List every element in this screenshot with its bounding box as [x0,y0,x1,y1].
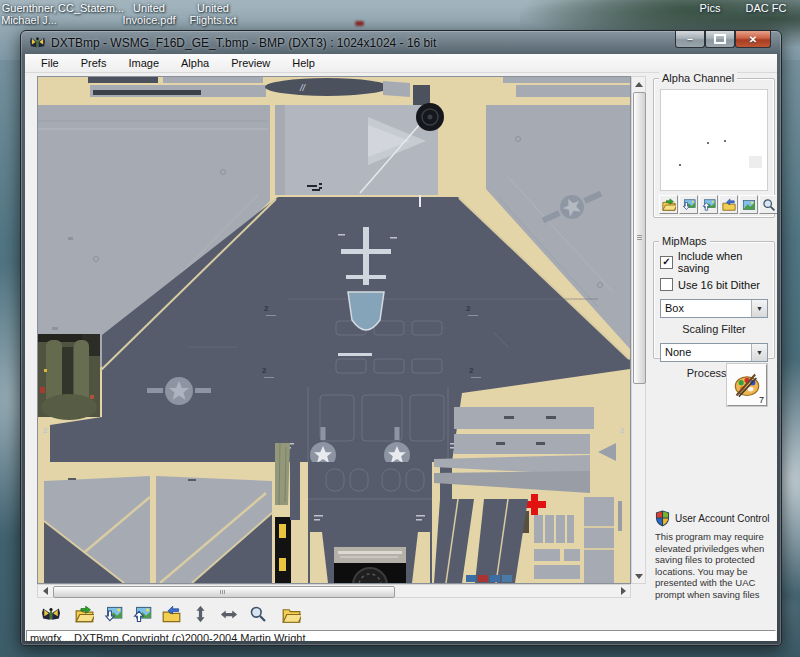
maximize-button[interactable] [705,31,735,48]
window-titlebar[interactable]: DXTBmp - WSMG_F16D_GE_T.bmp - BMP (DXT3)… [21,31,781,54]
scroll-up-button[interactable] [632,77,645,91]
flip-horizontal-button[interactable] [217,603,241,625]
close-button[interactable]: ✕ [735,31,771,48]
alpha-dot [707,142,709,144]
fetch-alpha-from-editor-button[interactable] [699,195,718,214]
arrow-horizontal-icon [220,608,238,621]
folder-save-icon [162,605,181,624]
mwgfx-logo-button[interactable] [39,603,63,625]
view-alpha-button[interactable] [739,195,758,214]
vertical-scrollbar[interactable] [631,76,646,584]
mip-filter-dropdown[interactable]: Box ▼ [660,299,768,318]
vertical-scroll-thumb[interactable] [633,92,646,384]
desktop-icon-united-invoice[interactable]: UnitedInvoice.pdf [118,2,180,26]
alpha-preview [660,89,768,191]
palette-icon [733,371,761,399]
arrow-vertical-icon [194,605,207,623]
folder-save-icon [722,198,736,212]
chevron-down-icon[interactable]: ▼ [751,300,767,317]
folder-open-arrow-icon [662,198,676,212]
scroll-down-button[interactable] [632,569,645,583]
menu-prefs[interactable]: Prefs [73,56,115,70]
menu-file[interactable]: File [33,56,67,70]
desktop-icon-guenthner[interactable]: Guenthner,Michael J... [0,2,58,26]
reload-last-button[interactable] [279,603,303,625]
menu-alpha[interactable]: Alpha [173,56,217,70]
scroll-right-button[interactable] [616,585,630,597]
load-alpha-button[interactable] [659,195,678,214]
window-title: DXTBmp - WSMG_F16D_GE_T.bmp - BMP (DXT3)… [51,36,436,50]
svg-text:2: 2 [43,426,48,435]
use-16bit-dither-checkbox[interactable] [660,278,673,291]
scroll-left-button[interactable] [38,585,52,597]
minimize-glyph: – [687,34,693,45]
alpha-faint-square [749,156,762,168]
chevron-down-icon[interactable]: ▼ [751,344,767,361]
zoom-alpha-button[interactable] [759,195,777,214]
side-panel: Alpha Channel [653,73,775,595]
uac-body-text: This program may require elevated privil… [655,531,777,600]
include-when-saving-row: ✓ Include when saving [660,250,774,274]
image-icon [742,198,756,212]
image-down-arrow-icon [104,605,123,624]
alpha-dot [724,140,726,142]
menu-preview[interactable]: Preview [223,56,278,70]
uac-shield-icon [655,510,670,527]
horizontal-scroll-thumb[interactable] [53,586,395,598]
send-to-editor-app-button[interactable]: 7 [727,364,767,406]
texture-canvas[interactable]: // [37,76,631,584]
status-text: mwgfx....DXTBmp Copyright (c)2000-2004 M… [26,630,776,641]
texture-image: // [38,77,630,583]
desktop-icon-united-flights[interactable]: UnitedFlights.txt [182,2,244,26]
svg-text:2: 2 [469,366,474,375]
triangle-left-icon [43,587,48,595]
send-to-editor-button[interactable] [101,603,125,625]
use-16bit-dither-label: Use 16 bit Dither [678,279,760,291]
desktop-icon-dac-fc[interactable]: DAC FC [738,2,794,14]
zoom-image-button[interactable] [246,603,270,625]
image-up-arrow-icon [133,605,152,624]
editor-badge: 7 [759,395,764,405]
uac-title: User Account Control [675,513,770,524]
triangle-right-icon [621,587,626,595]
open-image-button[interactable] [72,603,96,625]
magnifier-icon [249,605,267,623]
svg-text:2: 2 [262,366,267,375]
alpha-channel-label: Alpha Channel [659,72,737,84]
mipmaps-groupbox: MipMaps ✓ Include when saving Use 16 bit… [653,241,775,359]
send-alpha-to-editor-button[interactable] [679,195,698,214]
desktop-icon-cc-statement[interactable]: CC_Statem... [58,2,118,14]
save-alpha-button[interactable] [719,195,738,214]
menu-bar: File Prefs Image Alpha Preview Help [25,54,777,73]
svg-text:2: 2 [264,304,269,313]
scroll-grip [637,235,642,240]
scaling-filter-label: Scaling Filter [654,323,774,335]
bottom-toolbar [25,601,777,627]
svg-text:2: 2 [466,304,471,313]
scroll-grip [220,590,225,594]
menu-image[interactable]: Image [120,56,167,70]
reload-from-editor-button[interactable] [130,603,154,625]
include-when-saving-label: Include when saving [678,250,774,274]
menu-help[interactable]: Help [284,56,323,70]
flip-vertical-button[interactable] [188,603,212,625]
close-glyph: ✕ [749,34,757,45]
uac-section: User Account Control This program may re… [655,510,777,600]
maximize-glyph [714,34,726,44]
alpha-dot [679,164,681,166]
desktop: Guenthner,Michael J... CC_Statem... Unit… [0,0,800,657]
scaling-filter-dropdown[interactable]: None ▼ [660,343,768,362]
minimize-button[interactable]: – [675,31,705,48]
mipmaps-label: MipMaps [659,235,710,247]
image-down-arrow-icon [682,198,696,212]
use-16bit-dither-row: Use 16 bit Dither [660,278,774,291]
include-when-saving-checkbox[interactable]: ✓ [660,256,673,269]
dxtbmp-window: DXTBmp - WSMG_F16D_GE_T.bmp - BMP (DXT3)… [20,30,782,646]
horizontal-scrollbar[interactable] [37,584,631,598]
svg-text:2: 2 [620,426,625,435]
desktop-icon-pics[interactable]: Pics [688,2,732,14]
save-image-button[interactable] [159,603,183,625]
desktop-red-detail [355,21,364,26]
image-up-arrow-icon [702,198,716,212]
triangle-up-icon [635,82,643,87]
